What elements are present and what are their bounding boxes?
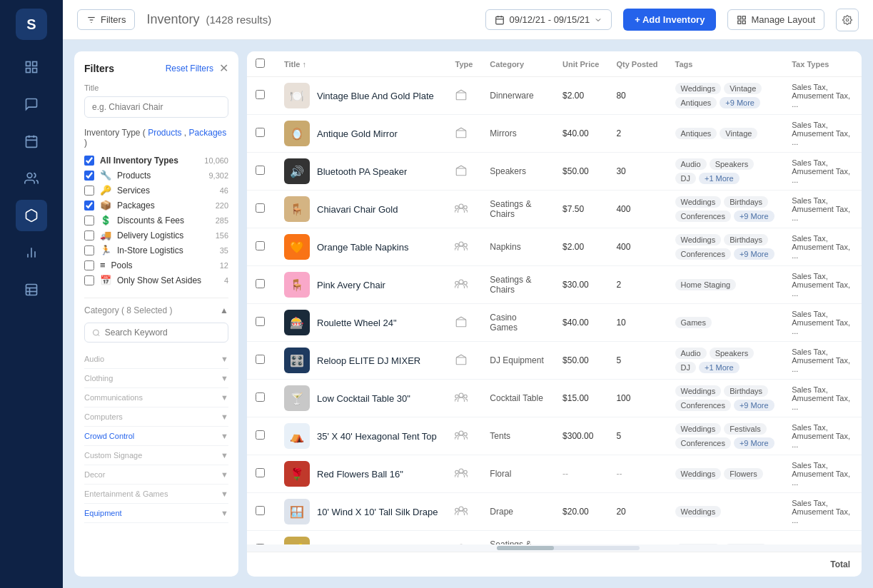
item-qty-posted: 400 bbox=[607, 191, 666, 228]
category-item-computers[interactable]: Computers▼ bbox=[84, 407, 228, 427]
category-search-input[interactable] bbox=[105, 328, 221, 338]
row-checkbox[interactable] bbox=[256, 506, 265, 515]
item-title[interactable]: Orange Table Napkins bbox=[317, 242, 408, 253]
svg-point-33 bbox=[459, 204, 463, 208]
sidebar-icon-settings[interactable] bbox=[16, 274, 47, 305]
type-checkbox-delivery[interactable] bbox=[84, 230, 94, 240]
sidebar-icon-people[interactable] bbox=[16, 163, 47, 194]
svg-rect-1 bbox=[33, 62, 37, 66]
inventory-type-row-discounts[interactable]: 💲Discounts & Fees285 bbox=[84, 213, 228, 228]
inventory-type-row-delivery[interactable]: 🚚Delivery Logistics156 bbox=[84, 228, 228, 243]
inventory-type-row-all[interactable]: All Inventory Types10,060 bbox=[84, 153, 228, 168]
item-tag: +9 More bbox=[734, 400, 774, 411]
sidebar-icon-reports[interactable] bbox=[16, 237, 47, 268]
category-item-clothing[interactable]: Clothing▼ bbox=[84, 369, 228, 388]
col-unit-price[interactable]: Unit Price bbox=[554, 51, 607, 77]
type-checkbox-packages[interactable] bbox=[84, 201, 94, 211]
reset-filters-link[interactable]: Reset Filters bbox=[166, 64, 213, 74]
category-item-communications[interactable]: Communications▼ bbox=[84, 388, 228, 407]
type-checkbox-discounts[interactable] bbox=[84, 216, 94, 225]
manage-layout-button[interactable]: Manage Layout bbox=[727, 9, 824, 30]
select-all-checkbox[interactable] bbox=[256, 59, 265, 68]
item-title[interactable]: Reloop ELITE DJ MIXER bbox=[317, 355, 420, 366]
item-title[interactable]: Roulette Wheel 24" bbox=[317, 318, 397, 328]
sidebar-icon-dashboard[interactable] bbox=[16, 51, 47, 83]
category-item-crowd-control[interactable]: Crowd Control▼ bbox=[84, 427, 228, 446]
inventory-type-row-instore[interactable]: 🏃In-Store Logistics35 bbox=[84, 243, 228, 258]
products-link[interactable]: Products bbox=[148, 128, 181, 138]
close-filters-icon[interactable]: ✕ bbox=[219, 61, 228, 75]
item-title[interactable]: 35' X 40' Hexagonal Tent Top bbox=[317, 431, 437, 442]
row-checkbox[interactable] bbox=[256, 279, 265, 288]
item-unit-price: $20.00 bbox=[554, 493, 607, 531]
date-range-picker[interactable]: 09/12/21 - 09/15/21 bbox=[485, 9, 612, 30]
add-inventory-button[interactable]: + Add Inventory bbox=[623, 9, 716, 31]
type-checkbox-setasides[interactable] bbox=[84, 275, 94, 285]
item-type-icon-cell bbox=[446, 342, 481, 380]
category-item-decor[interactable]: Decor▼ bbox=[84, 465, 228, 485]
row-checkbox[interactable] bbox=[256, 128, 265, 137]
item-type-icon bbox=[455, 245, 468, 255]
svg-rect-19 bbox=[496, 16, 504, 24]
item-title[interactable]: Pink Avery Chair bbox=[317, 280, 385, 290]
type-icon-pools: ≡ bbox=[100, 260, 106, 270]
svg-rect-2 bbox=[26, 69, 31, 73]
row-checkbox[interactable] bbox=[256, 355, 265, 364]
inventory-type-row-products[interactable]: 🔧Products9,302 bbox=[84, 168, 228, 183]
type-name-all: All Inventory Types bbox=[100, 156, 198, 166]
item-title[interactable]: Chiavari Chair Gold bbox=[317, 204, 398, 215]
category-item-entertainment-and-games[interactable]: Entertainment & Games▼ bbox=[84, 485, 228, 504]
row-checkbox[interactable] bbox=[256, 392, 265, 402]
row-checkbox[interactable] bbox=[256, 317, 265, 326]
horizontal-scrollbar[interactable] bbox=[247, 544, 862, 552]
type-checkbox-pools[interactable] bbox=[84, 260, 94, 270]
item-title[interactable]: 10' Wind X 10' Tall Silk Drape bbox=[317, 507, 438, 517]
col-qty-posted[interactable]: Qty Posted bbox=[607, 51, 666, 77]
item-title[interactable]: Vintage Blue And Gold Plate bbox=[317, 91, 434, 101]
category-item-custom-signage[interactable]: Custom Signage▼ bbox=[84, 446, 228, 465]
packages-link[interactable]: Packages bbox=[189, 128, 227, 138]
inventory-type-row-pools[interactable]: ≡Pools12 bbox=[84, 258, 228, 273]
type-checkbox-products[interactable] bbox=[84, 171, 94, 181]
title-filter-input[interactable] bbox=[84, 96, 228, 118]
item-type-icon bbox=[455, 93, 468, 103]
row-checkbox[interactable] bbox=[256, 166, 265, 175]
item-title[interactable]: Antique Gold Mirror bbox=[317, 128, 398, 139]
sidebar-icon-calendar[interactable] bbox=[16, 126, 47, 157]
col-tags[interactable]: Tags bbox=[667, 51, 784, 77]
category-item-audio[interactable]: Audio▼ bbox=[84, 350, 228, 369]
item-title[interactable]: Low Cocktail Table 30" bbox=[317, 393, 410, 404]
item-title[interactable]: Red Flowers Ball 16" bbox=[317, 469, 403, 480]
col-type[interactable]: Type bbox=[446, 51, 481, 77]
sidebar-icon-chat[interactable] bbox=[16, 88, 47, 120]
item-title[interactable]: Bluetooth PA Speaker bbox=[317, 166, 407, 177]
type-checkbox-services[interactable] bbox=[84, 186, 94, 196]
category-expand-icon: ▼ bbox=[221, 490, 228, 498]
svg-point-35 bbox=[464, 206, 468, 209]
col-title[interactable]: Title ↑ bbox=[276, 51, 446, 77]
category-section-header[interactable]: Category ( 8 Selected ) ▲ bbox=[84, 305, 228, 315]
table-scroll-area[interactable]: Title ↑ Type Category Unit Price Qty Pos… bbox=[247, 51, 862, 544]
filter-button[interactable]: Filters bbox=[77, 9, 135, 30]
item-type-icon-cell bbox=[446, 304, 481, 342]
type-count-services: 46 bbox=[220, 186, 228, 195]
table-row: 🌹Red Flowers Ball 16"Floral----WeddingsF… bbox=[247, 455, 862, 493]
col-category[interactable]: Category bbox=[481, 51, 554, 77]
search-icon bbox=[92, 328, 101, 338]
sidebar-icon-inventory[interactable] bbox=[16, 200, 47, 231]
type-checkbox-instore[interactable] bbox=[84, 245, 94, 255]
category-item-equipment[interactable]: Equipment▼ bbox=[84, 504, 228, 523]
type-checkbox-all[interactable] bbox=[84, 156, 94, 166]
settings-button[interactable] bbox=[836, 9, 859, 31]
app-logo[interactable]: S bbox=[16, 9, 47, 40]
row-checkbox[interactable] bbox=[256, 241, 265, 250]
row-checkbox[interactable] bbox=[256, 90, 265, 99]
row-checkbox[interactable] bbox=[256, 203, 265, 213]
row-checkbox[interactable] bbox=[256, 468, 265, 477]
col-tax-types[interactable]: Tax Types bbox=[783, 51, 862, 77]
svg-rect-25 bbox=[738, 21, 741, 24]
row-checkbox[interactable] bbox=[256, 430, 265, 440]
inventory-type-row-setasides[interactable]: 📅Only Show Set Asides4 bbox=[84, 273, 228, 288]
inventory-type-row-services[interactable]: 🔑Services46 bbox=[84, 183, 228, 198]
inventory-type-row-packages[interactable]: 📦Packages220 bbox=[84, 198, 228, 213]
